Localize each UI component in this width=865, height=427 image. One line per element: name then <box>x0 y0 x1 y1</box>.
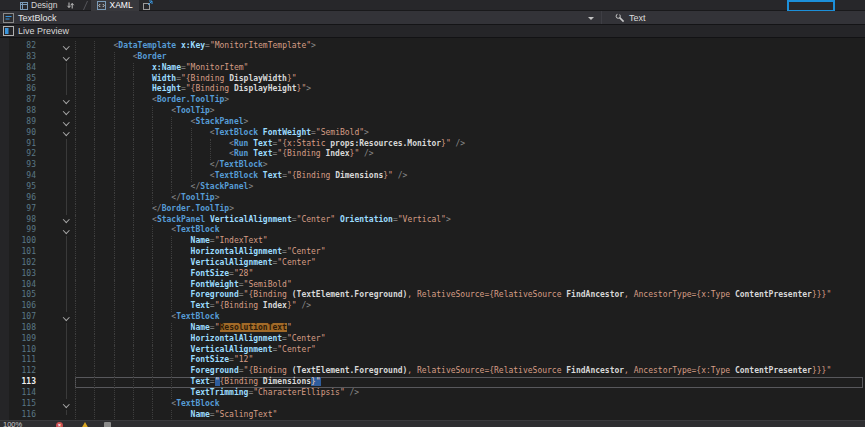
code-line[interactable]: 95</StackPanel> <box>0 182 865 193</box>
code-text[interactable]: Name="ResolutionText" <box>75 323 863 334</box>
code-text[interactable]: </TextBlock> <box>75 160 863 171</box>
code-text[interactable]: Foreground="{Binding (TextElement.Foregr… <box>75 366 863 377</box>
code-text[interactable]: Foreground="{Binding (TextElement.Foregr… <box>75 290 863 301</box>
line-number[interactable]: 82 <box>0 41 36 52</box>
code-text[interactable]: <DataTemplate x:Key="MonitorItemTemplate… <box>75 41 863 52</box>
fold-chevron-icon[interactable] <box>61 117 72 128</box>
code-text[interactable]: FontSize="28" <box>75 269 863 280</box>
line-number[interactable]: 102 <box>0 258 36 269</box>
popout-pane-button[interactable] <box>139 0 157 11</box>
code-line[interactable]: 103FontSize="28" <box>0 269 865 280</box>
code-text[interactable]: <StackPanel> <box>75 117 863 128</box>
code-text[interactable]: Width="{Binding DisplayWidth}" <box>75 74 863 85</box>
line-number[interactable]: 108 <box>0 323 36 334</box>
code-line[interactable]: 93</TextBlock> <box>0 160 865 171</box>
code-text[interactable]: <TextBlock Text="{Binding Dimensions}" /… <box>75 171 863 182</box>
code-line[interactable]: 107<TextBlock <box>0 312 865 323</box>
code-text[interactable]: Text="{Binding Index}" /> <box>75 301 863 312</box>
code-text[interactable]: <TextBlock <box>75 399 863 410</box>
swap-panes-button[interactable] <box>63 0 78 11</box>
code-text[interactable]: VerticalAlignment="Center" <box>75 258 863 269</box>
line-number[interactable]: 87 <box>0 95 36 106</box>
code-line[interactable]: 99<TextBlock <box>0 225 865 236</box>
code-line[interactable]: 84x:Name="MonitorItem" <box>0 63 865 74</box>
line-number[interactable]: 107 <box>0 312 36 323</box>
error-icon[interactable]: × <box>56 422 63 427</box>
line-number[interactable]: 110 <box>0 345 36 356</box>
tab-design[interactable]: Design <box>14 0 63 11</box>
member-dropdown[interactable]: Text <box>602 11 646 24</box>
code-line[interactable]: 106Text="{Binding Index}" /> <box>0 301 865 312</box>
code-text[interactable]: Name="ScalingText" <box>75 410 863 421</box>
code-text[interactable]: </Border.ToolTip> <box>75 204 863 215</box>
tab-xaml[interactable]: XAML <box>91 0 138 11</box>
line-number[interactable]: 88 <box>0 106 36 117</box>
code-line[interactable]: 113Text="{Binding Dimensions}" <box>0 377 865 388</box>
code-line[interactable]: 105Foreground="{Binding (TextElement.For… <box>0 290 865 301</box>
code-line[interactable]: 112Foreground="{Binding (TextElement.For… <box>0 366 865 377</box>
code-text[interactable]: HorizontalAlignment="Center" <box>75 247 863 258</box>
line-number[interactable]: 101 <box>0 247 36 258</box>
fold-chevron-icon[interactable] <box>61 128 72 139</box>
line-number[interactable]: 104 <box>0 280 36 291</box>
line-number[interactable]: 85 <box>0 74 36 85</box>
code-text[interactable]: <Border.ToolTip> <box>75 95 863 106</box>
code-text[interactable]: <Run Text="{x:Static props:Resources.Mon… <box>75 139 863 150</box>
code-text[interactable]: <StackPanel VerticalAlignment="Center" O… <box>75 215 863 226</box>
code-text[interactable]: <TextBlock <box>75 312 863 323</box>
line-number[interactable]: 89 <box>0 117 36 128</box>
code-line[interactable]: 110VerticalAlignment="Center" <box>0 345 865 356</box>
line-number[interactable]: 114 <box>0 388 36 399</box>
line-number[interactable]: 100 <box>0 236 36 247</box>
fold-chevron-icon[interactable] <box>61 52 72 63</box>
line-number[interactable]: 115 <box>0 399 36 410</box>
line-number[interactable]: 96 <box>0 193 36 204</box>
code-text[interactable]: HorizontalAlignment="Center" <box>75 334 863 345</box>
element-dropdown[interactable]: TextBlock <box>0 11 602 24</box>
code-text[interactable]: Height="{Binding DisplayHeight}"> <box>75 84 863 95</box>
code-line[interactable]: 97</Border.ToolTip> <box>0 204 865 215</box>
live-preview-bar[interactable]: Live Preview <box>0 25 865 38</box>
line-number[interactable]: 92 <box>0 149 36 160</box>
line-number[interactable]: 94 <box>0 171 36 182</box>
code-text[interactable]: </ToolTip> <box>75 193 863 204</box>
line-number[interactable]: 93 <box>0 160 36 171</box>
code-line[interactable]: 87<Border.ToolTip> <box>0 95 865 106</box>
line-number[interactable]: 91 <box>0 139 36 150</box>
code-text[interactable]: TextTrimming="CharacterEllipsis" /> <box>75 388 863 399</box>
warning-icon[interactable] <box>81 422 89 427</box>
line-number[interactable]: 112 <box>0 366 36 377</box>
fold-chevron-icon[interactable] <box>61 106 72 117</box>
code-line[interactable]: 82<DataTemplate x:Key="MonitorItemTempla… <box>0 41 865 52</box>
line-number[interactable]: 86 <box>0 84 36 95</box>
line-number[interactable]: 106 <box>0 301 36 312</box>
code-line[interactable]: 90<TextBlock FontWeight="SemiBold"> <box>0 128 865 139</box>
line-number[interactable]: 103 <box>0 269 36 280</box>
xaml-code-editor[interactable]: 82<DataTemplate x:Key="MonitorItemTempla… <box>0 38 865 421</box>
code-line[interactable]: 109HorizontalAlignment="Center" <box>0 334 865 345</box>
code-text[interactable]: FontSize="12" <box>75 355 863 366</box>
code-line[interactable]: 115<TextBlock <box>0 399 865 410</box>
code-line[interactable]: 91<Run Text="{x:Static props:Resources.M… <box>0 139 865 150</box>
line-number[interactable]: 105 <box>0 290 36 301</box>
fold-chevron-icon[interactable] <box>61 399 72 410</box>
code-line[interactable]: 94<TextBlock Text="{Binding Dimensions}"… <box>0 171 865 182</box>
code-text[interactable]: <TextBlock FontWeight="SemiBold"> <box>75 128 863 139</box>
code-line[interactable]: 98<StackPanel VerticalAlignment="Center"… <box>0 215 865 226</box>
fold-chevron-icon[interactable] <box>61 312 72 323</box>
fold-chevron-icon[interactable] <box>61 41 72 52</box>
fold-chevron-icon[interactable] <box>61 215 72 226</box>
code-line[interactable]: 89<StackPanel> <box>0 117 865 128</box>
code-line[interactable]: 111FontSize="12" <box>0 355 865 366</box>
line-number[interactable]: 113 <box>0 377 36 388</box>
line-number[interactable]: 99 <box>0 225 36 236</box>
code-line[interactable]: 92<Run Text="{Binding Index}" /> <box>0 149 865 160</box>
line-number[interactable]: 111 <box>0 355 36 366</box>
code-line[interactable]: 101HorizontalAlignment="Center" <box>0 247 865 258</box>
code-text[interactable]: VerticalAlignment="Center" <box>75 345 863 356</box>
code-text[interactable]: <ToolTip> <box>75 106 863 117</box>
code-line[interactable]: 96</ToolTip> <box>0 193 865 204</box>
code-text[interactable]: Text="{Binding Dimensions}" <box>75 377 863 388</box>
line-number[interactable]: 95 <box>0 182 36 193</box>
line-number[interactable]: 90 <box>0 128 36 139</box>
